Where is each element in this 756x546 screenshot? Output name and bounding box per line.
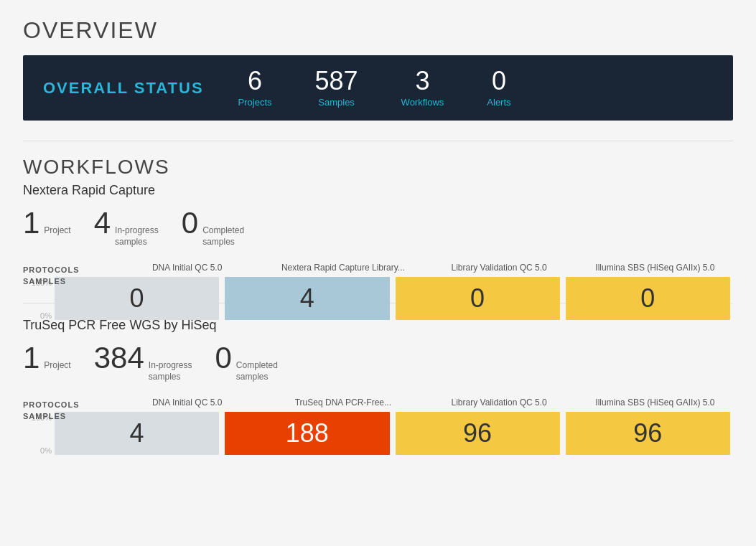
truseq-bar-0: 4 (55, 412, 219, 455)
truseq-bar-col-1: 188 (222, 412, 392, 455)
nextera-project-count: 1 (23, 208, 39, 238)
workflow-truseq-name: TruSeq PCR Free WGS by HiSeq (23, 318, 733, 333)
truseq-inprogress-count: 384 (94, 343, 144, 373)
truseq-protocols-header: PROTOCOLS DNA Initial QC 5.0 TruSeq DNA … (23, 397, 733, 412)
nextera-protocols-table: PROTOCOLS DNA Initial QC 5.0 Nextera Rap… (23, 262, 733, 286)
truseq-axis: 100% 0% (23, 412, 52, 455)
nextera-bar-section: 100% 0% 0 4 0 0 (23, 277, 733, 320)
truseq-bar-1: 188 (225, 412, 389, 455)
truseq-bar-col-2: 96 (393, 412, 563, 455)
truseq-axis-top: 100% (23, 413, 52, 422)
truseq-protocol-3: Illumina SBS (HiSeq GAIIx) 5.0 (577, 397, 733, 412)
stat-projects: 6 Projects (238, 68, 272, 108)
nextera-bar-0: 0 (55, 277, 219, 320)
nextera-bar-col-1: 4 (222, 277, 392, 320)
nextera-bars: 0 4 0 0 (52, 277, 733, 320)
nextera-inprogress-count: 4 (94, 208, 111, 238)
samples-label: Samples (318, 97, 355, 108)
truseq-protocols-label: PROTOCOLS (23, 400, 109, 412)
nextera-bar-col-3: 0 (563, 277, 733, 320)
nextera-completed-label: Completedsamples (202, 225, 244, 248)
truseq-protocol-2: Library Validation QC 5.0 (421, 397, 577, 412)
workflows-count: 3 (415, 68, 429, 94)
nextera-completed-count: 0 (182, 208, 198, 238)
page-title: OVERVIEW (23, 17, 733, 44)
nextera-protocol-1: Nextera Rapid Capture Library... (265, 262, 421, 277)
truseq-protocol-0: DNA Initial QC 5.0 (109, 397, 265, 412)
nextera-bar-3: 0 (566, 277, 730, 320)
alerts-label: Alerts (487, 97, 510, 108)
truseq-completed-count: 0 (215, 343, 232, 373)
nextera-inprogress-label: In-progresssamples (115, 225, 159, 248)
truseq-project-label: Project (44, 360, 70, 372)
truseq-bar-3: 96 (566, 412, 730, 455)
truseq-project-stat: 1 Project (23, 343, 71, 373)
nextera-protocol-2: Library Validation QC 5.0 (421, 262, 577, 277)
stat-workflows: 3 Workflows (401, 68, 444, 108)
truseq-bars: 4 188 96 96 (52, 412, 733, 455)
nextera-bar-1: 4 (225, 277, 389, 320)
truseq-protocol-1: TruSeq DNA PCR-Free... (265, 397, 421, 412)
nextera-project-label: Project (44, 225, 70, 237)
workflow-truseq: TruSeq PCR Free WGS by HiSeq 1 Project 3… (23, 318, 733, 420)
nextera-completed-stat: 0 Completedsamples (182, 208, 244, 248)
workflow-nextera-stats: 1 Project 4 In-progresssamples 0 Complet… (23, 208, 733, 248)
truseq-completed-stat: 0 Completedsamples (215, 343, 278, 382)
nextera-project-stat: 1 Project (23, 208, 71, 238)
nextera-axis: 100% 0% (23, 277, 52, 320)
nextera-protocol-0: DNA Initial QC 5.0 (109, 262, 265, 277)
truseq-inprogress-stat: 384 In-progresssamples (94, 343, 192, 382)
truseq-bar-col-3: 96 (563, 412, 733, 455)
truseq-bar-col-0: 4 (52, 412, 222, 455)
nextera-protocol-3: Illumina SBS (HiSeq GAIIx) 5.0 (577, 262, 733, 277)
workflow-nextera: Nextera Rapid Capture 1 Project 4 In-pro… (23, 183, 733, 286)
nextera-bar-2: 0 (396, 277, 560, 320)
nextera-protocols-header: PROTOCOLS DNA Initial QC 5.0 Nextera Rap… (23, 262, 733, 277)
nextera-axis-top: 100% (23, 278, 52, 287)
truseq-protocols-table: PROTOCOLS DNA Initial QC 5.0 TruSeq DNA … (23, 397, 733, 420)
nextera-inprogress-stat: 4 In-progresssamples (94, 208, 159, 248)
status-bar-label: OVERALL STATUS (43, 79, 204, 98)
projects-label: Projects (238, 97, 272, 108)
nextera-bar-col-2: 0 (393, 277, 563, 320)
workflow-truseq-stats: 1 Project 384 In-progresssamples 0 Compl… (23, 343, 733, 382)
truseq-inprogress-label: In-progresssamples (149, 360, 192, 382)
truseq-axis-bottom: 0% (23, 446, 52, 455)
status-bar: OVERALL STATUS 6 Projects 587 Samples 3 … (23, 55, 733, 121)
workflows-label: Workflows (401, 97, 444, 108)
workflows-section-title: WORKFLOWS (23, 156, 733, 179)
samples-count: 587 (315, 68, 358, 94)
projects-count: 6 (248, 68, 262, 94)
nextera-bar-col-0: 0 (52, 277, 222, 320)
workflow-nextera-name: Nextera Rapid Capture (23, 183, 733, 198)
truseq-bar-2: 96 (396, 412, 560, 455)
stat-alerts: 0 Alerts (487, 68, 510, 108)
alerts-count: 0 (492, 68, 506, 94)
truseq-completed-label: Completedsamples (236, 360, 278, 382)
truseq-project-count: 1 (23, 343, 39, 373)
truseq-bar-section: 100% 0% 4 188 96 96 (23, 412, 733, 455)
divider (23, 141, 733, 141)
stat-samples: 587 Samples (315, 68, 358, 108)
nextera-protocols-label: PROTOCOLS (23, 265, 109, 277)
